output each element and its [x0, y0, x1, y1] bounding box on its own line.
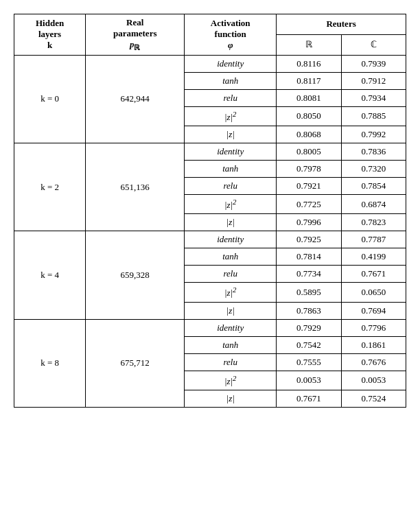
activation-func: identity	[185, 55, 277, 72]
value-real: 0.7671	[277, 390, 341, 407]
col-reuters: Reuters	[277, 14, 406, 35]
value-real: 0.7542	[277, 336, 341, 353]
value-complex: 0.7854	[341, 177, 406, 194]
col-real: ℝ	[277, 34, 341, 55]
value-complex: 0.1861	[341, 336, 406, 353]
value-complex: 0.0053	[341, 371, 406, 390]
activation-func: relu	[185, 89, 277, 106]
activation-func: |z|	[185, 302, 277, 319]
value-real: 0.0053	[277, 371, 341, 390]
activation-func: |z|	[185, 126, 277, 143]
value-complex: 0.7671	[341, 266, 406, 283]
value-complex: 0.7939	[341, 55, 406, 72]
activation-func: |z|2	[185, 371, 277, 390]
value-real: 0.7978	[277, 160, 341, 177]
value-complex: 0.4199	[341, 248, 406, 266]
activation-func: |z|	[185, 390, 277, 407]
activation-func: |z|	[185, 214, 277, 231]
value-real: 0.7814	[277, 248, 341, 266]
activation-func: |z|2	[185, 194, 277, 213]
value-real: 0.5895	[277, 283, 341, 302]
value-complex: 0.7836	[341, 143, 406, 160]
value-real: 0.7863	[277, 302, 341, 319]
params-label: 642,944	[86, 55, 185, 143]
activation-func: tanh	[185, 160, 277, 177]
value-complex: 0.7676	[341, 353, 406, 371]
activation-func: identity	[185, 143, 277, 160]
value-real: 0.8117	[277, 72, 341, 89]
k-label: k = 2	[14, 143, 86, 231]
value-real: 0.8068	[277, 126, 341, 143]
k-label: k = 8	[14, 319, 86, 407]
value-complex: 0.7992	[341, 126, 406, 143]
params-label: 651,136	[86, 143, 185, 231]
activation-func: relu	[185, 177, 277, 194]
params-label: 675,712	[86, 319, 185, 407]
value-complex: 0.7934	[341, 89, 406, 106]
col-complex: ℂ	[341, 34, 406, 55]
k-label: k = 0	[14, 55, 86, 143]
activation-func: identity	[185, 231, 277, 248]
value-real: 0.7925	[277, 231, 341, 248]
value-complex: 0.7524	[341, 390, 406, 407]
value-real: 0.7921	[277, 177, 341, 194]
value-real: 0.8005	[277, 143, 341, 160]
value-complex: 0.7885	[341, 106, 406, 126]
value-real: 0.8081	[277, 89, 341, 106]
activation-func: |z|2	[185, 283, 277, 302]
value-real: 0.7734	[277, 266, 341, 283]
value-complex: 0.7787	[341, 231, 406, 248]
value-complex: 0.6874	[341, 194, 406, 213]
value-complex: 0.7320	[341, 160, 406, 177]
value-complex: 0.0650	[341, 283, 406, 302]
value-real: 0.7996	[277, 214, 341, 231]
activation-func: relu	[185, 266, 277, 283]
value-real: 0.8050	[277, 106, 341, 126]
value-complex: 0.7912	[341, 72, 406, 89]
value-complex: 0.7823	[341, 214, 406, 231]
value-complex: 0.7796	[341, 319, 406, 336]
activation-func: relu	[185, 353, 277, 371]
results-table: Hiddenlayersk Realparameterspℝ Activatio…	[14, 14, 406, 408]
params-label: 659,328	[86, 231, 185, 319]
value-real: 0.7725	[277, 194, 341, 213]
col-real-params: Realparameterspℝ	[86, 14, 185, 56]
activation-func: |z|2	[185, 106, 277, 126]
value-complex: 0.7694	[341, 302, 406, 319]
activation-func: tanh	[185, 248, 277, 266]
col-hidden-layers: Hiddenlayersk	[14, 14, 86, 56]
value-real: 0.8116	[277, 55, 341, 72]
value-real: 0.7555	[277, 353, 341, 371]
value-real: 0.7929	[277, 319, 341, 336]
activation-func: tanh	[185, 336, 277, 353]
activation-func: tanh	[185, 72, 277, 89]
table-container: Hiddenlayersk Realparameterspℝ Activatio…	[14, 14, 406, 408]
k-label: k = 4	[14, 231, 86, 319]
col-activation: Activationfunctionφ	[185, 14, 277, 56]
activation-func: identity	[185, 319, 277, 336]
